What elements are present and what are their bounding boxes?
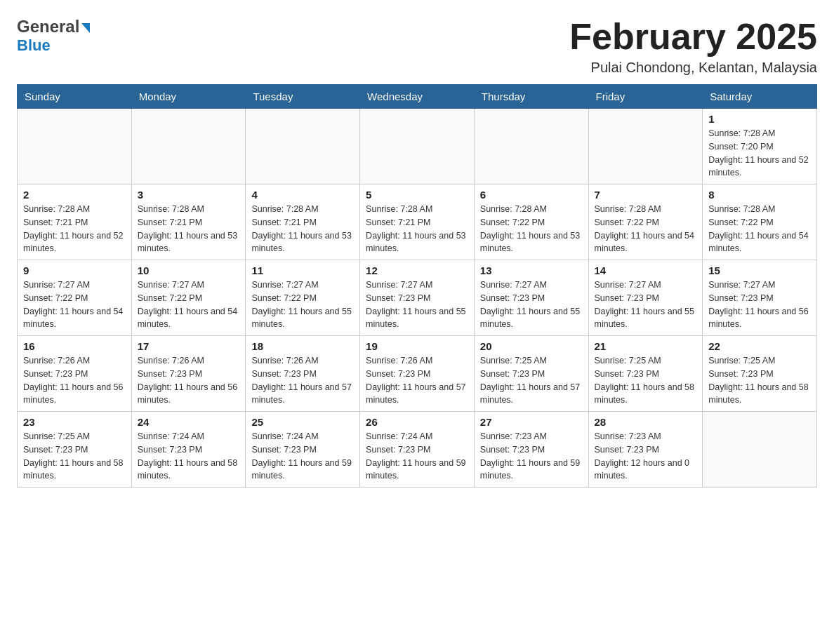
day-info: Sunrise: 7:28 AM Sunset: 7:21 PM Dayligh… xyxy=(23,203,126,255)
day-number: 11 xyxy=(251,264,354,276)
day-number: 6 xyxy=(480,189,583,201)
calendar-cell: 21Sunrise: 7:25 AM Sunset: 7:23 PM Dayli… xyxy=(588,336,703,412)
calendar-cell: 1Sunrise: 7:28 AM Sunset: 7:20 PM Daylig… xyxy=(703,109,817,185)
location-subtitle: Pulai Chondong, Kelantan, Malaysia xyxy=(569,60,817,76)
day-number: 13 xyxy=(480,264,583,276)
day-info: Sunrise: 7:28 AM Sunset: 7:20 PM Dayligh… xyxy=(708,127,811,180)
calendar-cell: 20Sunrise: 7:25 AM Sunset: 7:23 PM Dayli… xyxy=(474,336,588,412)
day-info: Sunrise: 7:27 AM Sunset: 7:23 PM Dayligh… xyxy=(595,279,697,331)
day-info: Sunrise: 7:23 AM Sunset: 7:23 PM Dayligh… xyxy=(480,430,583,483)
day-info: Sunrise: 7:24 AM Sunset: 7:23 PM Dayligh… xyxy=(251,430,354,483)
day-number: 28 xyxy=(595,416,697,428)
weekday-header-row: SundayMondayTuesdayWednesdayThursdayFrid… xyxy=(18,85,817,109)
calendar-cell: 18Sunrise: 7:26 AM Sunset: 7:23 PM Dayli… xyxy=(246,336,360,412)
day-number: 22 xyxy=(708,340,811,352)
calendar-cell: 11Sunrise: 7:27 AM Sunset: 7:22 PM Dayli… xyxy=(246,260,360,336)
day-number: 10 xyxy=(138,264,240,276)
calendar-cell xyxy=(18,109,132,185)
day-info: Sunrise: 7:26 AM Sunset: 7:23 PM Dayligh… xyxy=(23,354,126,407)
day-info: Sunrise: 7:28 AM Sunset: 7:21 PM Dayligh… xyxy=(251,203,354,255)
calendar-cell xyxy=(360,109,475,185)
weekday-header-wednesday: Wednesday xyxy=(360,85,475,109)
day-number: 21 xyxy=(595,340,697,352)
day-info: Sunrise: 7:26 AM Sunset: 7:23 PM Dayligh… xyxy=(138,354,240,407)
calendar-cell: 25Sunrise: 7:24 AM Sunset: 7:23 PM Dayli… xyxy=(246,412,360,488)
day-number: 23 xyxy=(23,416,126,428)
day-info: Sunrise: 7:26 AM Sunset: 7:23 PM Dayligh… xyxy=(251,354,354,407)
day-info: Sunrise: 7:27 AM Sunset: 7:22 PM Dayligh… xyxy=(23,279,126,331)
weekday-header-thursday: Thursday xyxy=(474,85,588,109)
calendar-cell: 22Sunrise: 7:25 AM Sunset: 7:23 PM Dayli… xyxy=(703,336,817,412)
calendar-cell: 17Sunrise: 7:26 AM Sunset: 7:23 PM Dayli… xyxy=(131,336,246,412)
day-number: 19 xyxy=(366,340,468,352)
day-number: 12 xyxy=(366,264,468,276)
day-info: Sunrise: 7:28 AM Sunset: 7:22 PM Dayligh… xyxy=(595,203,697,255)
weekday-header-friday: Friday xyxy=(588,85,703,109)
calendar-cell: 3Sunrise: 7:28 AM Sunset: 7:21 PM Daylig… xyxy=(131,185,246,260)
day-number: 18 xyxy=(251,340,354,352)
calendar-cell: 5Sunrise: 7:28 AM Sunset: 7:21 PM Daylig… xyxy=(360,185,475,260)
day-info: Sunrise: 7:27 AM Sunset: 7:22 PM Dayligh… xyxy=(251,279,354,331)
calendar-cell: 8Sunrise: 7:28 AM Sunset: 7:22 PM Daylig… xyxy=(703,185,817,260)
day-number: 14 xyxy=(595,264,697,276)
week-row-3: 9Sunrise: 7:27 AM Sunset: 7:22 PM Daylig… xyxy=(18,260,817,336)
day-info: Sunrise: 7:28 AM Sunset: 7:21 PM Dayligh… xyxy=(138,203,240,255)
day-info: Sunrise: 7:26 AM Sunset: 7:23 PM Dayligh… xyxy=(366,354,468,407)
day-number: 17 xyxy=(138,340,240,352)
calendar-cell xyxy=(131,109,246,185)
day-info: Sunrise: 7:23 AM Sunset: 7:23 PM Dayligh… xyxy=(595,430,697,483)
day-number: 25 xyxy=(251,416,354,428)
calendar-cell: 13Sunrise: 7:27 AM Sunset: 7:23 PM Dayli… xyxy=(474,260,588,336)
month-title: February 2025 xyxy=(569,17,817,57)
weekday-header-saturday: Saturday xyxy=(703,85,817,109)
calendar-cell: 24Sunrise: 7:24 AM Sunset: 7:23 PM Dayli… xyxy=(131,412,246,488)
calendar-cell: 27Sunrise: 7:23 AM Sunset: 7:23 PM Dayli… xyxy=(474,412,588,488)
calendar-cell: 2Sunrise: 7:28 AM Sunset: 7:21 PM Daylig… xyxy=(18,185,132,260)
day-number: 26 xyxy=(366,416,468,428)
week-row-2: 2Sunrise: 7:28 AM Sunset: 7:21 PM Daylig… xyxy=(18,185,817,260)
calendar-cell: 14Sunrise: 7:27 AM Sunset: 7:23 PM Dayli… xyxy=(588,260,703,336)
day-info: Sunrise: 7:28 AM Sunset: 7:22 PM Dayligh… xyxy=(708,203,811,255)
title-section: February 2025 Pulai Chondong, Kelantan, … xyxy=(569,17,817,76)
calendar-cell: 19Sunrise: 7:26 AM Sunset: 7:23 PM Dayli… xyxy=(360,336,475,412)
day-number: 1 xyxy=(708,113,811,125)
page-header: General Blue February 2025 Pulai Chondon… xyxy=(17,17,817,76)
day-info: Sunrise: 7:28 AM Sunset: 7:22 PM Dayligh… xyxy=(480,203,583,255)
calendar-cell xyxy=(588,109,703,185)
day-number: 5 xyxy=(366,189,468,201)
calendar-cell xyxy=(246,109,360,185)
day-info: Sunrise: 7:27 AM Sunset: 7:23 PM Dayligh… xyxy=(708,279,811,331)
day-number: 3 xyxy=(138,189,240,201)
calendar-cell: 23Sunrise: 7:25 AM Sunset: 7:23 PM Dayli… xyxy=(18,412,132,488)
day-number: 4 xyxy=(251,189,354,201)
day-number: 24 xyxy=(138,416,240,428)
calendar-table: SundayMondayTuesdayWednesdayThursdayFrid… xyxy=(17,84,817,488)
day-info: Sunrise: 7:28 AM Sunset: 7:21 PM Dayligh… xyxy=(366,203,468,255)
day-info: Sunrise: 7:24 AM Sunset: 7:23 PM Dayligh… xyxy=(138,430,240,483)
day-info: Sunrise: 7:25 AM Sunset: 7:23 PM Dayligh… xyxy=(23,430,126,483)
calendar-cell: 9Sunrise: 7:27 AM Sunset: 7:22 PM Daylig… xyxy=(18,260,132,336)
calendar-cell: 12Sunrise: 7:27 AM Sunset: 7:23 PM Dayli… xyxy=(360,260,475,336)
day-number: 20 xyxy=(480,340,583,352)
day-number: 8 xyxy=(708,189,811,201)
calendar-cell: 7Sunrise: 7:28 AM Sunset: 7:22 PM Daylig… xyxy=(588,185,703,260)
calendar-cell: 26Sunrise: 7:24 AM Sunset: 7:23 PM Dayli… xyxy=(360,412,475,488)
day-number: 2 xyxy=(23,189,126,201)
logo-general: General xyxy=(17,17,79,36)
weekday-header-monday: Monday xyxy=(131,85,246,109)
day-info: Sunrise: 7:25 AM Sunset: 7:23 PM Dayligh… xyxy=(480,354,583,407)
weekday-header-sunday: Sunday xyxy=(18,85,132,109)
week-row-5: 23Sunrise: 7:25 AM Sunset: 7:23 PM Dayli… xyxy=(18,412,817,488)
day-info: Sunrise: 7:25 AM Sunset: 7:23 PM Dayligh… xyxy=(708,354,811,407)
weekday-header-tuesday: Tuesday xyxy=(246,85,360,109)
calendar-cell: 28Sunrise: 7:23 AM Sunset: 7:23 PM Dayli… xyxy=(588,412,703,488)
day-number: 9 xyxy=(23,264,126,276)
day-info: Sunrise: 7:24 AM Sunset: 7:23 PM Dayligh… xyxy=(366,430,468,483)
day-info: Sunrise: 7:25 AM Sunset: 7:23 PM Dayligh… xyxy=(595,354,697,407)
calendar-cell xyxy=(474,109,588,185)
calendar-cell: 10Sunrise: 7:27 AM Sunset: 7:22 PM Dayli… xyxy=(131,260,246,336)
week-row-1: 1Sunrise: 7:28 AM Sunset: 7:20 PM Daylig… xyxy=(18,109,817,185)
day-info: Sunrise: 7:27 AM Sunset: 7:22 PM Dayligh… xyxy=(138,279,240,331)
day-number: 15 xyxy=(708,264,811,276)
calendar-cell: 4Sunrise: 7:28 AM Sunset: 7:21 PM Daylig… xyxy=(246,185,360,260)
